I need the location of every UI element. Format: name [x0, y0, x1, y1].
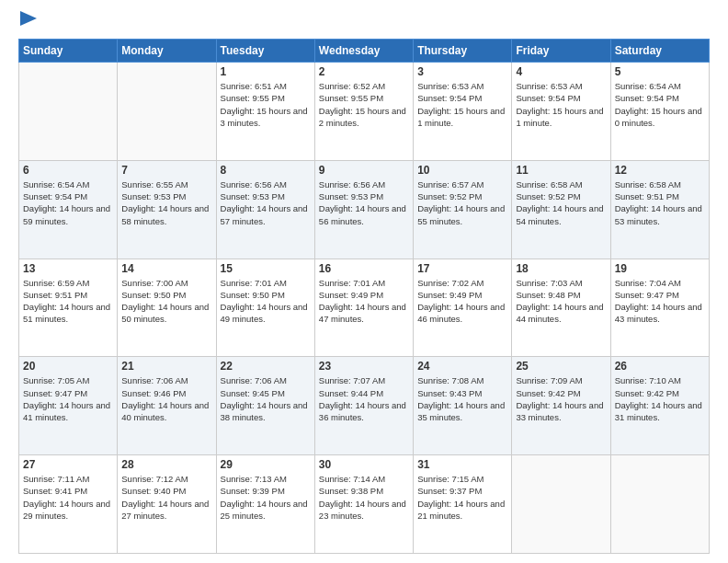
- day-number: 13: [23, 262, 113, 275]
- day-number: 3: [417, 65, 507, 78]
- cell-content: Sunrise: 7:01 AMSunset: 9:50 PMDaylight:…: [221, 277, 311, 326]
- day-number: 29: [221, 458, 311, 471]
- calendar-cell: 10Sunrise: 6:57 AMSunset: 9:52 PMDayligh…: [414, 160, 512, 259]
- calendar-cell: 5Sunrise: 6:54 AMSunset: 9:54 PMDaylight…: [610, 63, 709, 161]
- cell-content: Sunrise: 7:02 AMSunset: 9:49 PMDaylight:…: [417, 277, 507, 326]
- calendar-week-4: 20Sunrise: 7:05 AMSunset: 9:47 PMDayligh…: [19, 357, 710, 455]
- day-number: 12: [615, 164, 705, 177]
- calendar-cell: 19Sunrise: 7:04 AMSunset: 9:47 PMDayligh…: [610, 259, 709, 357]
- calendar-cell: 25Sunrise: 7:09 AMSunset: 9:42 PMDayligh…: [512, 357, 610, 455]
- calendar-cell: 15Sunrise: 7:01 AMSunset: 9:50 PMDayligh…: [216, 259, 314, 357]
- day-number: 31: [417, 458, 507, 471]
- svg-marker-0: [20, 11, 37, 26]
- day-number: 21: [121, 360, 211, 373]
- calendar-cell: 3Sunrise: 6:53 AMSunset: 9:54 PMDaylight…: [414, 63, 512, 161]
- cell-content: Sunrise: 6:54 AMSunset: 9:54 PMDaylight:…: [23, 178, 113, 227]
- calendar-cell: [118, 63, 216, 161]
- header: [18, 15, 710, 31]
- calendar-cell: [19, 63, 118, 161]
- calendar-header-friday: Friday: [512, 40, 610, 63]
- day-number: 11: [516, 164, 606, 177]
- cell-content: Sunrise: 6:56 AMSunset: 9:53 PMDaylight:…: [221, 178, 311, 227]
- calendar-cell: 26Sunrise: 7:10 AMSunset: 9:42 PMDayligh…: [610, 357, 709, 455]
- day-number: 15: [221, 262, 311, 275]
- day-number: 17: [417, 262, 507, 275]
- calendar-cell: 21Sunrise: 7:06 AMSunset: 9:46 PMDayligh…: [118, 357, 216, 455]
- day-number: 30: [319, 458, 409, 471]
- cell-content: Sunrise: 7:13 AMSunset: 9:39 PMDaylight:…: [221, 473, 311, 522]
- calendar-cell: 24Sunrise: 7:08 AMSunset: 9:43 PMDayligh…: [414, 357, 512, 455]
- day-number: 25: [516, 360, 606, 373]
- calendar-cell: [512, 455, 610, 554]
- calendar-cell: 23Sunrise: 7:07 AMSunset: 9:44 PMDayligh…: [314, 357, 413, 455]
- day-number: 26: [615, 360, 705, 373]
- calendar-cell: 11Sunrise: 6:58 AMSunset: 9:52 PMDayligh…: [512, 160, 610, 259]
- cell-content: Sunrise: 7:11 AMSunset: 9:41 PMDaylight:…: [23, 473, 113, 522]
- cell-content: Sunrise: 6:51 AMSunset: 9:55 PMDaylight:…: [221, 80, 311, 129]
- day-number: 9: [319, 164, 409, 177]
- day-number: 7: [121, 164, 211, 177]
- day-number: 22: [221, 360, 311, 373]
- cell-content: Sunrise: 7:14 AMSunset: 9:38 PMDaylight:…: [319, 473, 409, 522]
- cell-content: Sunrise: 7:07 AMSunset: 9:44 PMDaylight:…: [319, 374, 409, 423]
- calendar-cell: 8Sunrise: 6:56 AMSunset: 9:53 PMDaylight…: [216, 160, 314, 259]
- calendar-cell: 28Sunrise: 7:12 AMSunset: 9:40 PMDayligh…: [118, 455, 216, 554]
- day-number: 14: [121, 262, 211, 275]
- cell-content: Sunrise: 7:05 AMSunset: 9:47 PMDaylight:…: [23, 374, 113, 423]
- cell-content: Sunrise: 6:59 AMSunset: 9:51 PMDaylight:…: [23, 277, 113, 326]
- calendar-cell: 14Sunrise: 7:00 AMSunset: 9:50 PMDayligh…: [118, 259, 216, 357]
- day-number: 24: [417, 360, 507, 373]
- day-number: 20: [23, 360, 113, 373]
- calendar-week-3: 13Sunrise: 6:59 AMSunset: 9:51 PMDayligh…: [19, 259, 710, 357]
- page: SundayMondayTuesdayWednesdayThursdayFrid…: [0, 0, 728, 563]
- calendar-header-monday: Monday: [118, 40, 216, 63]
- cell-content: Sunrise: 6:52 AMSunset: 9:55 PMDaylight:…: [319, 80, 409, 129]
- calendar-cell: 30Sunrise: 7:14 AMSunset: 9:38 PMDayligh…: [314, 455, 413, 554]
- calendar-week-5: 27Sunrise: 7:11 AMSunset: 9:41 PMDayligh…: [19, 455, 710, 554]
- logo: [18, 15, 37, 31]
- calendar-cell: 18Sunrise: 7:03 AMSunset: 9:48 PMDayligh…: [512, 259, 610, 357]
- calendar-header-thursday: Thursday: [414, 40, 512, 63]
- cell-content: Sunrise: 7:15 AMSunset: 9:37 PMDaylight:…: [417, 473, 507, 522]
- calendar-cell: 16Sunrise: 7:01 AMSunset: 9:49 PMDayligh…: [314, 259, 413, 357]
- calendar-cell: 20Sunrise: 7:05 AMSunset: 9:47 PMDayligh…: [19, 357, 118, 455]
- cell-content: Sunrise: 7:03 AMSunset: 9:48 PMDaylight:…: [516, 277, 606, 326]
- day-number: 19: [615, 262, 705, 275]
- cell-content: Sunrise: 7:09 AMSunset: 9:42 PMDaylight:…: [516, 374, 606, 423]
- day-number: 16: [319, 262, 409, 275]
- calendar-cell: [610, 455, 709, 554]
- cell-content: Sunrise: 7:08 AMSunset: 9:43 PMDaylight:…: [417, 374, 507, 423]
- calendar-cell: 31Sunrise: 7:15 AMSunset: 9:37 PMDayligh…: [414, 455, 512, 554]
- calendar-cell: 9Sunrise: 6:56 AMSunset: 9:53 PMDaylight…: [314, 160, 413, 259]
- cell-content: Sunrise: 7:04 AMSunset: 9:47 PMDaylight:…: [615, 277, 705, 326]
- calendar-cell: 4Sunrise: 6:53 AMSunset: 9:54 PMDaylight…: [512, 63, 610, 161]
- day-number: 27: [23, 458, 113, 471]
- calendar-header-saturday: Saturday: [610, 40, 709, 63]
- cell-content: Sunrise: 7:01 AMSunset: 9:49 PMDaylight:…: [319, 277, 409, 326]
- calendar-cell: 27Sunrise: 7:11 AMSunset: 9:41 PMDayligh…: [19, 455, 118, 554]
- cell-content: Sunrise: 7:00 AMSunset: 9:50 PMDaylight:…: [121, 277, 211, 326]
- calendar-header-tuesday: Tuesday: [216, 40, 314, 63]
- day-number: 2: [319, 65, 409, 78]
- cell-content: Sunrise: 6:57 AMSunset: 9:52 PMDaylight:…: [417, 178, 507, 227]
- calendar-cell: 7Sunrise: 6:55 AMSunset: 9:53 PMDaylight…: [118, 160, 216, 259]
- day-number: 8: [221, 164, 311, 177]
- calendar-cell: 12Sunrise: 6:58 AMSunset: 9:51 PMDayligh…: [610, 160, 709, 259]
- day-number: 10: [417, 164, 507, 177]
- calendar-week-1: 1Sunrise: 6:51 AMSunset: 9:55 PMDaylight…: [19, 63, 710, 161]
- day-number: 28: [121, 458, 211, 471]
- cell-content: Sunrise: 6:58 AMSunset: 9:51 PMDaylight:…: [615, 178, 705, 227]
- day-number: 1: [221, 65, 311, 78]
- calendar-cell: 22Sunrise: 7:06 AMSunset: 9:45 PMDayligh…: [216, 357, 314, 455]
- calendar-header-sunday: Sunday: [19, 40, 118, 63]
- logo-icon: [20, 11, 37, 31]
- cell-content: Sunrise: 6:55 AMSunset: 9:53 PMDaylight:…: [121, 178, 211, 227]
- calendar-week-2: 6Sunrise: 6:54 AMSunset: 9:54 PMDaylight…: [19, 160, 710, 259]
- cell-content: Sunrise: 6:53 AMSunset: 9:54 PMDaylight:…: [417, 80, 507, 129]
- day-number: 6: [23, 164, 113, 177]
- calendar-table: SundayMondayTuesdayWednesdayThursdayFrid…: [18, 39, 710, 554]
- calendar-header-row: SundayMondayTuesdayWednesdayThursdayFrid…: [19, 40, 710, 63]
- cell-content: Sunrise: 6:54 AMSunset: 9:54 PMDaylight:…: [615, 80, 705, 129]
- cell-content: Sunrise: 7:10 AMSunset: 9:42 PMDaylight:…: [615, 374, 705, 423]
- calendar-cell: 2Sunrise: 6:52 AMSunset: 9:55 PMDaylight…: [314, 63, 413, 161]
